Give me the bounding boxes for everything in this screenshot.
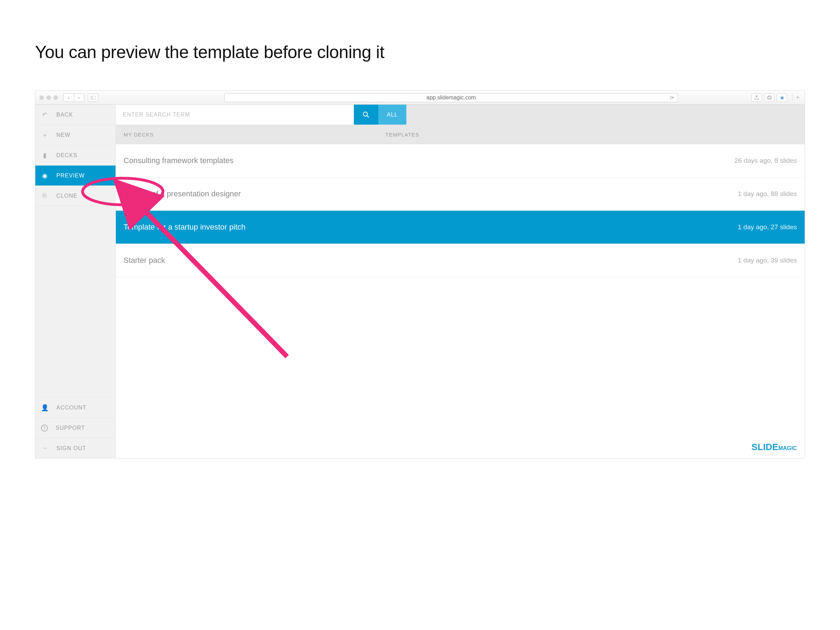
plus-icon: ＋: [41, 131, 49, 139]
sidebar: ↶ BACK ＋ NEW ▮ DECKS ◉ PREVIEW ⎘ CLONE: [35, 105, 116, 458]
tabs-row: MY DECKS TEMPLATES: [116, 125, 805, 144]
filter-all-button[interactable]: ALL: [378, 105, 406, 125]
sidebar-item-label: ACCOUNT: [56, 404, 87, 411]
browser-back-button[interactable]: ‹: [63, 93, 74, 102]
template-meta: 1 day ago, 39 slides: [738, 257, 797, 264]
eye-icon: ◉: [41, 172, 49, 180]
sidebar-item-preview[interactable]: ◉ PREVIEW: [35, 166, 115, 186]
search-row-filler: [406, 105, 805, 125]
share-button[interactable]: [752, 93, 762, 102]
svg-line-5: [367, 116, 369, 118]
chrome-right-controls: ◉: [752, 93, 787, 102]
sidebar-item-label: NEW: [56, 132, 70, 138]
slide-heading: You can preview the template before clon…: [35, 42, 805, 62]
signout-icon: →: [41, 445, 49, 452]
traffic-lights: [39, 96, 58, 100]
back-icon: ↶: [41, 111, 49, 118]
brand-logo: SLIDEMAGIC: [752, 442, 797, 453]
user-icon: 👤: [41, 404, 49, 412]
search-row: ALL: [116, 105, 805, 125]
main-area: ALL MY DECKS TEMPLATES Consulting framew…: [116, 105, 805, 458]
sidebar-item-decks[interactable]: ▮ DECKS: [35, 145, 115, 166]
app-body: ↶ BACK ＋ NEW ▮ DECKS ◉ PREVIEW ⎘ CLONE: [35, 105, 805, 458]
sidebar-item-label: CLONE: [56, 193, 77, 199]
sidebar-item-signout[interactable]: → SIGN OUT: [35, 438, 115, 458]
traffic-light-close[interactable]: [39, 96, 44, 100]
tab-templates[interactable]: TEMPLATES: [375, 125, 805, 144]
sidebar-item-account[interactable]: 👤 ACCOUNT: [35, 397, 115, 418]
sidebar-item-support[interactable]: ? SUPPORT: [35, 418, 115, 438]
tabs-button[interactable]: [764, 93, 775, 102]
browser-chrome: ‹ › app.slidemagic.com ⟳ ◉ ＋: [35, 91, 805, 105]
template-meta: 1 day ago, 88 slides: [738, 190, 797, 198]
svg-rect-0: [91, 96, 96, 99]
sidebar-toggle-button[interactable]: [88, 93, 98, 102]
template-row[interactable]: Consulting framework templates 26 days a…: [116, 144, 805, 177]
url-text: app.slidemagic.com: [426, 95, 476, 101]
sidebar-item-label: PREVIEW: [56, 172, 85, 179]
sidebar-item-label: BACK: [56, 112, 73, 118]
svg-rect-3: [768, 96, 771, 99]
traffic-light-min[interactable]: [47, 96, 51, 100]
template-row-selected[interactable]: Template for a startup investor pitch 1 …: [116, 211, 805, 244]
browser-window: ‹ › app.slidemagic.com ⟳ ◉ ＋ ↶ BACK: [35, 90, 805, 458]
svg-rect-2: [767, 96, 771, 99]
sidebar-item-clone[interactable]: ⎘ CLONE: [35, 186, 115, 206]
traffic-light-max[interactable]: [54, 96, 58, 100]
reload-icon[interactable]: ⟳: [670, 95, 674, 101]
nav-back-forward: ‹ ›: [63, 93, 84, 102]
template-meta: 1 day ago, 27 slides: [738, 223, 797, 231]
search-input[interactable]: [116, 105, 354, 125]
help-icon: ?: [41, 425, 48, 431]
search-icon: [363, 111, 369, 118]
search-button[interactable]: [354, 105, 378, 125]
template-title: Template for a startup investor pitch: [123, 223, 246, 232]
downloads-button[interactable]: ◉: [777, 93, 787, 102]
sidebar-item-back[interactable]: ↶ BACK: [35, 105, 115, 125]
new-tab-button[interactable]: ＋: [792, 94, 801, 101]
template-title: Consulting framework templates: [123, 156, 234, 165]
clone-icon: ⎘: [41, 192, 49, 200]
address-bar[interactable]: app.slidemagic.com ⟳: [224, 93, 678, 102]
template-row[interactable]: Secrets of a presentation designer 1 day…: [116, 177, 805, 211]
sidebar-item-label: SIGN OUT: [56, 445, 86, 452]
template-row[interactable]: Starter pack 1 day ago, 39 slides: [116, 244, 805, 277]
sidebar-item-label: DECKS: [56, 152, 77, 159]
sidebar-item-label: SUPPORT: [56, 425, 85, 431]
template-title: Secrets of a presentation designer: [123, 189, 241, 199]
browser-forward-button[interactable]: ›: [74, 93, 84, 102]
svg-point-4: [363, 112, 368, 116]
template-title: Starter pack: [123, 256, 165, 265]
folder-icon: ▮: [41, 152, 49, 159]
template-meta: 26 days ago, 8 slides: [734, 157, 797, 164]
tab-my-decks[interactable]: MY DECKS: [116, 125, 354, 144]
sidebar-item-new[interactable]: ＋ NEW: [35, 125, 115, 145]
